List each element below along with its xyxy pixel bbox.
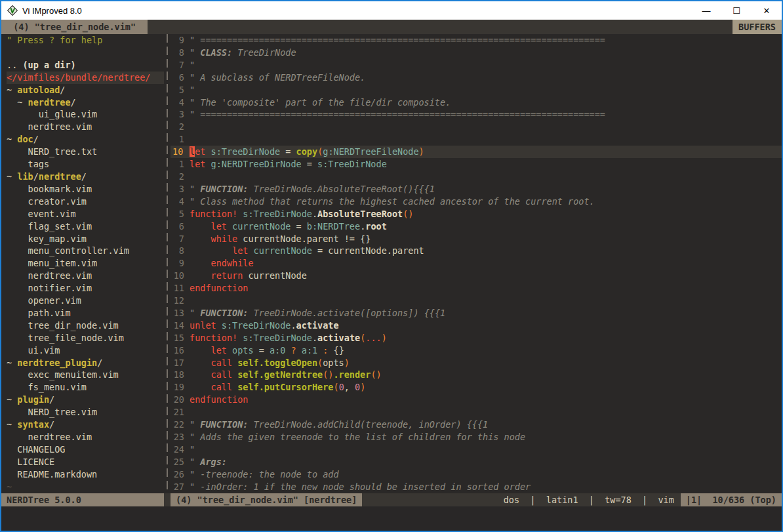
tree-file[interactable]: tags	[7, 158, 164, 171]
tree-file[interactable]: flag_set.vim	[7, 220, 164, 233]
tree-dir-autoload[interactable]: ~ autoload/	[7, 84, 164, 96]
tree-file[interactable]: path.vim	[7, 307, 164, 319]
code-line[interactable]: 21	[171, 406, 782, 419]
code-line[interactable]: 7 while currentNode.parent != {}	[171, 233, 782, 245]
line-number: 4	[171, 195, 190, 208]
tree-file[interactable]: ui.vim	[7, 344, 164, 357]
tree-file[interactable]: fs_menu.vim	[7, 381, 164, 394]
maximize-button[interactable]: ☐	[721, 1, 752, 20]
status-filler	[362, 493, 496, 506]
code-line[interactable]: 3" =====================================…	[171, 108, 782, 121]
tree-file[interactable]: exec_menuitem.vim	[7, 369, 164, 381]
command-line[interactable]	[1, 506, 782, 531]
code-line[interactable]: 25" Args:	[171, 456, 782, 468]
tree-file[interactable]: CHANGELOG	[7, 443, 164, 456]
code-line-current[interactable]: 10let s:TreeDirNode = copy(g:NERDTreeFil…	[171, 146, 782, 158]
tree-file[interactable]: nerdtree.vim	[7, 270, 164, 282]
tree-file[interactable]: nerdtree.vim	[7, 121, 164, 133]
code-text: call self.toggleOpen(opts)	[190, 357, 782, 369]
tree-file[interactable]: creator.vim	[7, 195, 164, 208]
token-red: call	[211, 358, 233, 368]
code-text: endfunction	[190, 394, 782, 406]
tab-tree-dir-node[interactable]: (4) "tree_dir_node.vim"	[1, 20, 148, 34]
code-line[interactable]: 7"	[171, 59, 782, 72]
tree-file[interactable]: bookmark.vim	[7, 183, 164, 195]
tree-up-a-dir[interactable]: .. (up a dir)	[7, 59, 164, 72]
code-line[interactable]: 1	[171, 133, 782, 146]
code-line[interactable]: 2	[171, 121, 782, 133]
tree-file[interactable]: NERD_tree.vim	[7, 406, 164, 419]
window-separator[interactable]	[164, 34, 171, 493]
token-aqua: currentNode	[254, 245, 312, 256]
code-line[interactable]: 5"	[171, 84, 782, 96]
code-line[interactable]: 19 call self.putCursorHere(0, 0)	[171, 381, 782, 394]
tree-dir-nerdtree-plugin[interactable]: ~ nerdtree_plugin/	[7, 357, 164, 369]
line-number: 24	[171, 443, 190, 456]
token-fg: opener.vim	[7, 295, 81, 306]
tree-file[interactable]: opener.vim	[7, 295, 164, 307]
tree-dir-syntax[interactable]: ~ syntax/	[7, 419, 164, 431]
tree-dir-doc[interactable]: ~ doc/	[7, 133, 164, 146]
code-line[interactable]: 13" FUNCTION: TreeDirNode.activate([opti…	[171, 307, 782, 319]
tree-help-line[interactable]: " Press ? for help	[7, 34, 164, 47]
code-line[interactable]: 14unlet s:TreeDirNode.activate	[171, 319, 782, 332]
end-of-buffer-tilde[interactable]: ~	[7, 481, 164, 493]
code-line[interactable]: 1let g:NERDTreeDirNode = s:TreeDirNode	[171, 158, 782, 171]
token-fg	[232, 369, 237, 380]
tree-file[interactable]: event.vim	[7, 208, 164, 220]
code-line[interactable]: 3" FUNCTION: TreeDirNode.AbsoluteTreeRoo…	[171, 183, 782, 195]
tree-file[interactable]: notifier.vim	[7, 282, 164, 295]
code-line[interactable]: 16 let opts = a:0 ? a:1 : {}	[171, 344, 782, 357]
code-line[interactable]: 24"	[171, 443, 782, 456]
code-line[interactable]: 8" CLASS: TreeDirNode	[171, 47, 782, 59]
tree-file[interactable]: LICENCE	[7, 456, 164, 468]
tree-dir-lib-nerdtree[interactable]: ~ lib/nerdtree/	[7, 171, 164, 183]
token-fg: CHANGELOG	[7, 444, 65, 455]
tree-file[interactable]: key_map.vim	[7, 233, 164, 245]
tree-file[interactable]: nerdtree.vim	[7, 431, 164, 443]
tree-dir-plugin[interactable]: ~ plugin/	[7, 394, 164, 406]
code-line[interactable]: 9" =====================================…	[171, 34, 782, 47]
line-number: 7	[171, 59, 190, 72]
tree-root[interactable]: </vimfiles/bundle/nerdtree/	[7, 72, 164, 84]
code-line[interactable]: 9 endwhile	[171, 257, 782, 270]
token-com: " The 'composite' part of the file/dir c…	[190, 97, 451, 108]
token-fg: notifier.vim	[7, 283, 92, 293]
code-line[interactable]: 22" FUNCTION: TreeDirNode.addChild(treen…	[171, 419, 782, 431]
token-fg	[232, 358, 237, 368]
tree-file[interactable]: menu_item.vim	[7, 257, 164, 270]
code-text: " ======================================…	[190, 108, 782, 121]
code-line[interactable]: 18 call self.getNerdtree().render()	[171, 369, 782, 381]
code-line[interactable]: 11endfunction	[171, 282, 782, 295]
tree-file[interactable]: tree_file_node.vim	[7, 332, 164, 344]
code-line[interactable]: 2	[171, 171, 782, 183]
tree-file[interactable]: README.markdown	[7, 468, 164, 481]
code-line[interactable]: 4" The 'composite' part of the file/dir …	[171, 96, 782, 109]
minimize-button[interactable]: —	[691, 1, 721, 20]
code-line[interactable]: 17 call self.toggleOpen(opts)	[171, 357, 782, 369]
code-line[interactable]: 5function! s:TreeDirNode.AbsoluteTreeRoo…	[171, 208, 782, 220]
token-fgB: AbsoluteTreeRoot	[317, 209, 403, 219]
tree-dir-autoload-nerdtree[interactable]: ~ nerdtree/	[7, 96, 164, 109]
tree-file[interactable]: NERD_tree.txt	[7, 146, 164, 158]
code-line[interactable]: 23" Adds the given treenode to the list …	[171, 431, 782, 443]
code-line[interactable]: 6 let currentNode = b:NERDTree.root	[171, 220, 782, 233]
token-fg: NERD_tree.vim	[7, 407, 97, 417]
close-button[interactable]: ✕	[752, 1, 782, 20]
code-line[interactable]: 10 return currentNode	[171, 270, 782, 282]
tree-file[interactable]: tree_dir_node.vim	[7, 319, 164, 332]
tree-file[interactable]: ui_glue.vim	[7, 108, 164, 121]
code-line[interactable]: 20endfunction	[171, 394, 782, 406]
token-fg	[216, 320, 222, 331]
token-fg: .	[291, 320, 296, 331]
code-line[interactable]: 26" -treenode: the node to add	[171, 468, 782, 481]
code-line[interactable]: 12	[171, 295, 782, 307]
code-line[interactable]: 6" A subclass of NERDTreeFileNode.	[171, 72, 782, 84]
code-line[interactable]: 4" Class method that returns the highest…	[171, 195, 782, 208]
tree-file[interactable]: menu_controller.vim	[7, 245, 164, 257]
code-line[interactable]: 27" -inOrder: 1 if the new node should b…	[171, 481, 782, 493]
token-com: "	[190, 457, 200, 467]
code-line[interactable]: 8 let currentNode = currentNode.parent	[171, 245, 782, 257]
code-line[interactable]: 15function! s:TreeDirNode.activate(...)	[171, 332, 782, 344]
line-number: 20	[171, 394, 190, 406]
